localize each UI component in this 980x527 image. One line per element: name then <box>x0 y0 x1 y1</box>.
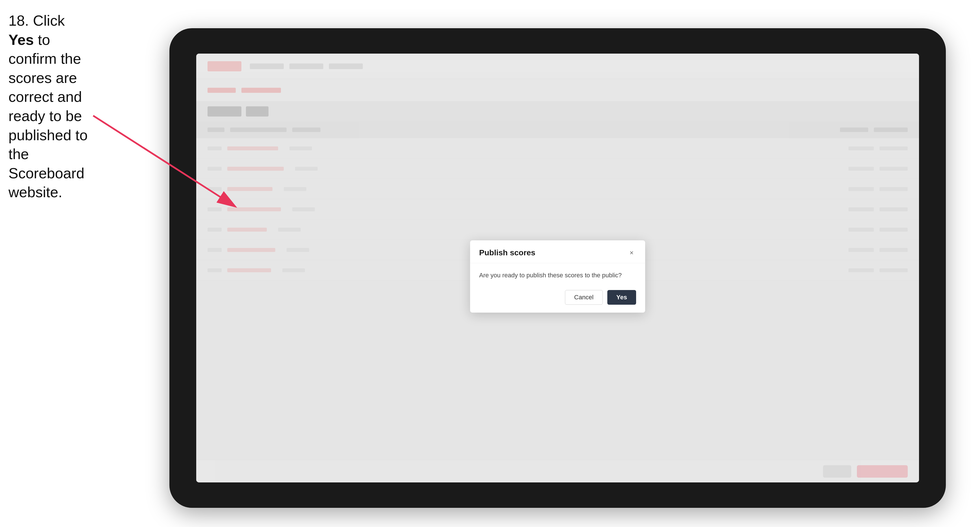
yes-button[interactable]: Yes <box>607 290 636 305</box>
publish-scores-dialog: Publish scores × Are you ready to publis… <box>470 240 645 313</box>
modal-body: Are you ready to publish these scores to… <box>470 263 645 286</box>
bold-yes: Yes <box>8 32 34 48</box>
instruction-text: 18. Click Yes to confirm the scores are … <box>8 11 90 202</box>
modal-close-button[interactable]: × <box>627 248 636 257</box>
instruction-after-bold: to confirm the scores are correct and re… <box>8 32 88 201</box>
dialog-overlay: Publish scores × Are you ready to publis… <box>196 54 919 483</box>
cancel-button[interactable]: Cancel <box>565 290 603 305</box>
tablet-device: Publish scores × Are you ready to publis… <box>169 28 946 508</box>
modal-title: Publish scores <box>479 248 535 257</box>
modal-body-text: Are you ready to publish these scores to… <box>479 271 636 280</box>
instruction-before-bold: Click <box>33 13 65 29</box>
modal-footer: Cancel Yes <box>470 286 645 313</box>
step-number: 18. <box>8 13 29 29</box>
modal-header: Publish scores × <box>470 240 645 263</box>
tablet-screen: Publish scores × Are you ready to publis… <box>196 54 919 483</box>
